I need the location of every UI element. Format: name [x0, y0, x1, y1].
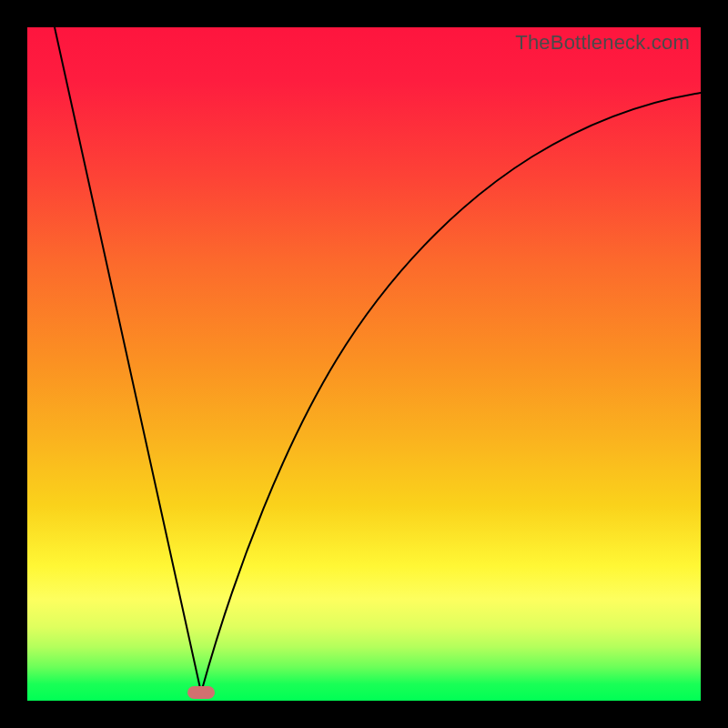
curve-left-branch [55, 27, 201, 693]
curve-right-branch [201, 93, 701, 693]
bottleneck-curve [27, 27, 701, 701]
chart-frame: TheBottleneck.com [0, 0, 728, 728]
min-marker [187, 686, 215, 699]
plot-area: TheBottleneck.com [27, 27, 701, 701]
